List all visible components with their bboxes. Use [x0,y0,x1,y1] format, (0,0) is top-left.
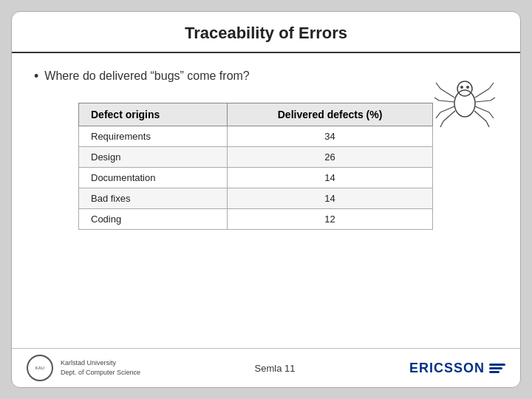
svg-line-9 [475,100,491,102]
svg-line-19 [486,121,489,127]
defect-table: Defect origins Delivered defects (%) Req… [78,103,433,230]
defect-origin-cell: Requirements [79,126,228,147]
svg-line-17 [491,98,495,100]
table-row: Bad fixes14 [79,188,433,209]
slide-body: • Where do delivered “bugs” come from? D… [12,53,520,348]
bullet-text: Where do delivered “bugs” come from? [44,68,249,84]
defect-origin-cell: Bad fixes [79,188,228,209]
svg-line-16 [489,83,494,89]
ericsson-wordmark: ERICSSON [409,361,485,376]
svg-line-5 [439,100,454,102]
defect-value-cell: 34 [228,126,433,147]
table-row: Documentation14 [79,168,433,188]
footer-left: KAU Karlstad University Dept. of Compute… [27,355,140,381]
col1-header: Defect origins [79,103,228,126]
svg-point-0 [454,90,475,117]
ericsson-lines-icon [489,364,505,373]
spider-illustration [432,66,498,133]
university-logo: KAU [27,355,53,381]
university-line1: Karlstad University [61,358,140,368]
svg-line-10 [475,106,489,112]
defect-value-cell: 14 [228,188,433,209]
svg-line-13 [434,98,439,100]
defect-value-cell: 26 [228,147,433,168]
slide-header: Traceability of Errors [12,12,520,53]
svg-line-8 [475,89,489,98]
defect-origin-cell: Coding [79,209,228,230]
defect-value-cell: 12 [228,209,433,230]
bullet-dot: • [34,68,38,85]
slide: Traceability of Errors [11,11,521,388]
defect-origin-cell: Design [79,147,228,168]
footer-brand: ERICSSON [409,361,505,376]
col2-header: Delivered defects (%) [228,103,433,126]
bullet-point: • Where do delivered “bugs” come from? [34,68,498,85]
svg-point-3 [466,86,469,89]
footer-seminar: Semla 11 [255,363,296,374]
svg-line-18 [489,112,494,118]
svg-line-4 [440,89,454,98]
svg-line-6 [440,106,454,112]
svg-line-12 [436,83,440,89]
svg-line-15 [440,121,443,127]
university-text: Karlstad University Dept. of Computer Sc… [61,358,140,377]
table-row: Design26 [79,147,433,168]
slide-footer: KAU Karlstad University Dept. of Compute… [12,348,520,387]
table-row: Coding12 [79,209,433,230]
defect-origin-cell: Documentation [79,168,228,188]
slide-title: Traceability of Errors [27,24,505,43]
defect-value-cell: 14 [228,168,433,188]
svg-line-11 [474,111,486,121]
svg-line-14 [436,112,440,118]
svg-point-2 [460,86,463,89]
svg-line-7 [443,111,455,121]
university-line2: Dept. of Computer Science [61,368,140,378]
svg-point-1 [457,81,472,96]
table-row: Requirements34 [79,126,433,147]
